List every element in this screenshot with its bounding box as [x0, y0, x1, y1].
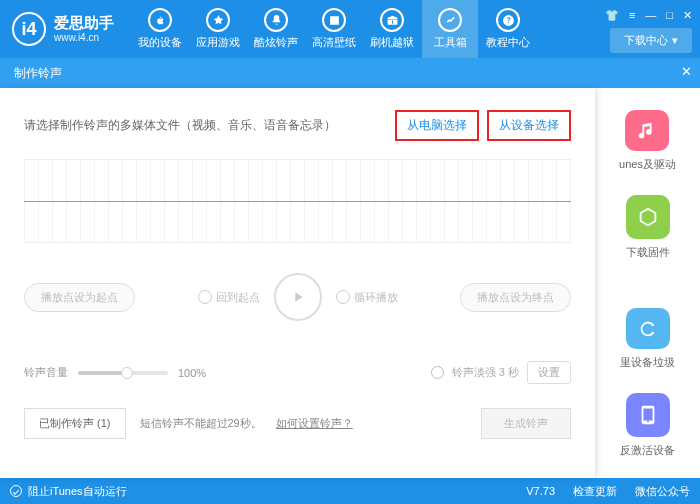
- app-logo: i4 爱思助手 www.i4.cn: [0, 12, 126, 46]
- top-nav: 我的设备 应用游戏 酷炫铃声 高清壁纸 刷机越狱 工具箱 教程中心: [132, 0, 605, 58]
- tab-make-ringtone[interactable]: 制作铃声: [0, 58, 76, 88]
- tab-close-button[interactable]: ✕: [681, 64, 692, 79]
- nav-label: 高清壁纸: [312, 35, 356, 50]
- tools-icon: [438, 8, 462, 32]
- fade-label: 铃声淡强 3 秒: [452, 365, 519, 380]
- side-tools: unes及驱动 下载固件 里设备垃圾 反激活设备: [595, 88, 700, 478]
- nav-label: 教程中心: [486, 35, 530, 50]
- ringtone-panel: 请选择制作铃声的多媒体文件（视频、音乐、语音备忘录） 从电脑选择 从设备选择 播…: [0, 88, 595, 478]
- nav-apps[interactable]: 应用游戏: [190, 0, 246, 58]
- fade-settings-button[interactable]: 设置: [527, 361, 571, 384]
- play-button[interactable]: [274, 273, 322, 321]
- sms-note: 短信铃声不能超过29秒。: [140, 416, 262, 431]
- cube-icon: [626, 195, 670, 239]
- tab-strip: 制作铃声 ✕: [0, 58, 700, 88]
- rewind-icon: [198, 290, 212, 304]
- itunes-block-checkbox[interactable]: [10, 485, 22, 497]
- side-download-firmware[interactable]: 下载固件: [626, 195, 670, 260]
- nav-label: 刷机越狱: [370, 35, 414, 50]
- choose-from-computer-button[interactable]: 从电脑选择: [395, 110, 479, 141]
- nav-flash[interactable]: 刷机越狱: [364, 0, 420, 58]
- choose-from-device-button[interactable]: 从设备选择: [487, 110, 571, 141]
- maximize-icon[interactable]: □: [666, 9, 673, 22]
- music-icon: [625, 110, 669, 151]
- minimize-icon[interactable]: —: [645, 9, 656, 22]
- nav-ringtones[interactable]: 酷炫铃声: [248, 0, 304, 58]
- side-itunes-driver[interactable]: unes及驱动: [619, 110, 676, 171]
- loop-icon: [336, 290, 350, 304]
- shirt-icon[interactable]: 👕: [605, 9, 619, 22]
- volume-slider[interactable]: [78, 371, 168, 375]
- nav-toolbox[interactable]: 工具箱: [422, 0, 478, 58]
- generate-ringtone-button[interactable]: 生成铃声: [481, 408, 571, 439]
- prompt-text: 请选择制作铃声的多媒体文件（视频、音乐、语音备忘录）: [24, 117, 336, 134]
- side-label: unes及驱动: [619, 157, 676, 171]
- bell-icon: [264, 8, 288, 32]
- chevron-down-icon: ▾: [672, 34, 678, 47]
- window-controls: 👕 ≡ — □ ✕: [605, 9, 692, 22]
- waveform-midline: [24, 201, 571, 202]
- logo-icon: i4: [12, 12, 46, 46]
- waveform-area[interactable]: [24, 159, 571, 243]
- box-icon: [380, 8, 404, 32]
- fade-checkbox[interactable]: [431, 366, 444, 379]
- download-center-label: 下载中心: [624, 33, 668, 48]
- side-label: 反激活设备: [620, 443, 675, 458]
- back-start-label: 回到起点: [216, 290, 260, 305]
- nav-my-device[interactable]: 我的设备: [132, 0, 188, 58]
- set-end-button[interactable]: 播放点设为终点: [460, 283, 571, 312]
- app-name: 爱思助手: [54, 15, 114, 32]
- check-update-link[interactable]: 检查更新: [573, 484, 617, 499]
- side-label: 里设备垃圾: [620, 355, 675, 369]
- appstore-icon: [206, 8, 230, 32]
- help-icon: [496, 8, 520, 32]
- side-clean-device[interactable]: 里设备垃圾: [620, 308, 675, 369]
- phone-icon: [626, 393, 670, 437]
- version-label: V7.73: [526, 485, 555, 497]
- volume-value: 100%: [178, 367, 206, 379]
- settings-icon[interactable]: ≡: [629, 9, 635, 22]
- side-deactivate[interactable]: 反激活设备: [620, 393, 675, 458]
- made-ringtones-button[interactable]: 已制作铃声 (1): [24, 408, 126, 439]
- nav-tutorials[interactable]: 教程中心: [480, 0, 536, 58]
- itunes-block-label: 阻止iTunes自动运行: [28, 484, 127, 499]
- nav-label: 我的设备: [138, 35, 182, 50]
- wechat-link[interactable]: 微信公众号: [635, 484, 690, 499]
- set-start-button[interactable]: 播放点设为起点: [24, 283, 135, 312]
- nav-label: 工具箱: [434, 35, 467, 50]
- app-url: www.i4.cn: [54, 32, 114, 43]
- side-label: 下载固件: [626, 245, 670, 260]
- nav-label: 酷炫铃声: [254, 35, 298, 50]
- volume-label: 铃声音量: [24, 365, 68, 380]
- status-bar: 阻止iTunes自动运行 V7.73 检查更新 微信公众号: [0, 478, 700, 504]
- play-icon: [290, 289, 306, 305]
- tab-label: 制作铃声: [14, 65, 62, 82]
- title-bar: i4 爱思助手 www.i4.cn 我的设备 应用游戏 酷炫铃声 高清壁纸 刷机…: [0, 0, 700, 58]
- close-icon[interactable]: ✕: [683, 9, 692, 22]
- nav-wallpapers[interactable]: 高清壁纸: [306, 0, 362, 58]
- apple-icon: [148, 8, 172, 32]
- loop-play-button[interactable]: 循环播放: [336, 290, 398, 305]
- image-icon: [322, 8, 346, 32]
- loop-label: 循环播放: [354, 290, 398, 305]
- download-center-button[interactable]: 下载中心 ▾: [610, 28, 692, 53]
- back-to-start-button[interactable]: 回到起点: [198, 290, 260, 305]
- refresh-icon: [626, 308, 670, 349]
- how-to-set-link[interactable]: 如何设置铃声？: [276, 416, 353, 431]
- nav-label: 应用游戏: [196, 35, 240, 50]
